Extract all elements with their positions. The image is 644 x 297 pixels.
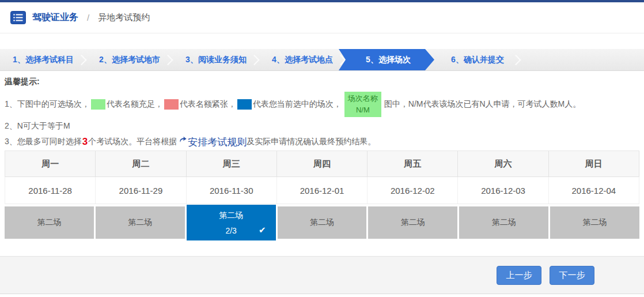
step-tab-label: 5、选择场次 xyxy=(366,55,411,65)
session-cell[interactable]: 第二场 xyxy=(96,206,185,239)
date-cell: 2016-11-29 xyxy=(96,177,186,204)
tip1-legend-blue-text: 代表您当前选中的场次， xyxy=(253,99,342,110)
weekday-header-row: 周一周二周三周四周五周六周日 xyxy=(5,151,639,177)
page-header: 驾驶证业务 / 异地考试预约 xyxy=(0,2,644,33)
sample-box-title: 场次名称 xyxy=(344,93,381,104)
session-label: 第二场 xyxy=(37,217,61,228)
tip-line-2: 2、N可大于等于M xyxy=(5,121,639,132)
step-tab-3[interactable]: 3、阅读业务须知 xyxy=(173,49,259,70)
weekday-cell: 周五 xyxy=(368,151,458,176)
list-icon xyxy=(10,11,26,24)
tip3-suffix: 及实际申请情况确认最终预约结果。 xyxy=(247,137,376,147)
step-tab-2[interactable]: 2、选择考试地市 xyxy=(86,49,173,70)
session-cell-selected[interactable]: 第二场2/3✔ xyxy=(187,205,276,240)
prev-step-button[interactable]: 上一步 xyxy=(497,266,541,285)
weekday-cell: 周二 xyxy=(96,151,186,176)
tip-line-3: 3、您最多可同时选择 3 个考试场次。平台将根据 安排考试规则 及实际申请情况确… xyxy=(5,134,639,149)
date-row: 2016-11-282016-11-292016-11-302016-12-01… xyxy=(5,177,639,204)
weekday-cell: 周六 xyxy=(458,151,548,176)
schedule-table: 周一周二周三周四周五周六周日 2016-11-282016-11-292016-… xyxy=(5,151,639,240)
share-arrow-icon xyxy=(177,136,188,148)
legend-green-swatch xyxy=(91,99,105,110)
weekday-cell: 周一 xyxy=(5,151,96,176)
breadcrumb-separator: / xyxy=(87,13,89,22)
sample-box-ratio: N/M xyxy=(344,104,381,116)
step-tab-label: 3、阅读业务须知 xyxy=(185,55,247,65)
date-cell: 2016-12-03 xyxy=(458,177,548,204)
session-label: 第二场 xyxy=(401,217,425,228)
date-cell: 2016-12-04 xyxy=(549,177,639,204)
exam-rules-link[interactable]: 安排考试规则 xyxy=(177,136,247,149)
tip3-mid: 个考试场次。平台将根据 xyxy=(88,137,177,147)
tip3-prefix: 3、您最多可同时选择 xyxy=(5,137,82,147)
session-label: 第二场 xyxy=(492,217,516,228)
date-cell: 2016-11-28 xyxy=(5,177,96,204)
session-count: 2/3 xyxy=(225,226,236,235)
exam-rules-link-text[interactable]: 安排考试规则 xyxy=(188,136,247,149)
session-label: 第二场 xyxy=(219,210,243,221)
weekday-cell: 周三 xyxy=(187,151,277,176)
max-select-count: 3 xyxy=(82,136,88,148)
tip1-suffix: 图中，N/M代表该场次已有N人申请，可考试人数M人。 xyxy=(384,99,581,110)
session-label: 第二场 xyxy=(128,217,152,228)
step-tab-4[interactable]: 4、选择考试地点 xyxy=(259,49,346,70)
tip1-legend-green-text: 代表名额充足， xyxy=(107,99,163,110)
checkmark-icon: ✔ xyxy=(259,225,266,235)
steps-bar: 1、选择考试科目2、选择考试地市3、阅读业务须知4、选择考试地点5、选择场次6、… xyxy=(0,49,644,71)
session-cell[interactable]: 第二场 xyxy=(368,206,457,239)
tip1-prefix: 1、下图中的可选场次， xyxy=(5,99,90,110)
breadcrumb-current: 异地考试预约 xyxy=(98,12,150,23)
legend-blue-swatch xyxy=(237,99,252,110)
tip-line-1: 1、下图中的可选场次， 代表名额充足， 代表名额紧张， 代表您当前选中的场次， … xyxy=(5,91,639,118)
step-tab-label: 2、选择考试地市 xyxy=(99,55,160,65)
session-cell[interactable]: 第二场 xyxy=(5,206,94,239)
session-cell[interactable]: 第二场 xyxy=(459,206,548,239)
tip1-legend-red-text: 代表名额紧张， xyxy=(180,99,236,110)
session-sample-box: 场次名称 N/M xyxy=(344,92,381,117)
next-step-button[interactable]: 下一步 xyxy=(550,266,594,285)
step-tab-label: 6、确认并提交 xyxy=(451,55,504,65)
session-row: 第二场第二场第二场2/3✔第二场第二场第二场第二场 xyxy=(5,205,639,240)
tips-section: 温馨提示: 1、下图中的可选场次， 代表名额充足， 代表名额紧张， 代表您当前选… xyxy=(0,71,644,149)
legend-red-swatch xyxy=(164,99,179,110)
date-cell: 2016-11-30 xyxy=(187,177,277,204)
step-tab-label: 4、选择考试地点 xyxy=(272,55,333,65)
session-label: 第二场 xyxy=(583,217,607,228)
weekday-cell: 周日 xyxy=(549,151,639,176)
footer-bar: 上一步 下一步 xyxy=(0,256,644,294)
weekday-cell: 周四 xyxy=(277,151,368,176)
date-cell: 2016-12-01 xyxy=(277,177,368,204)
session-cell[interactable]: 第二场 xyxy=(550,206,639,239)
breadcrumb-section[interactable]: 驾驶证业务 xyxy=(32,12,78,24)
step-tab-6[interactable]: 6、确认并提交 xyxy=(434,49,521,70)
step-tab-5[interactable]: 5、选择场次 xyxy=(339,49,434,70)
tips-title: 温馨提示: xyxy=(5,77,639,87)
date-cell: 2016-12-02 xyxy=(368,177,458,204)
session-label: 第二场 xyxy=(310,217,334,228)
step-tab-label: 1、选择考试科目 xyxy=(13,55,74,65)
step-tab-1[interactable]: 1、选择考试科目 xyxy=(0,49,86,70)
session-cell[interactable]: 第二场 xyxy=(278,206,367,239)
